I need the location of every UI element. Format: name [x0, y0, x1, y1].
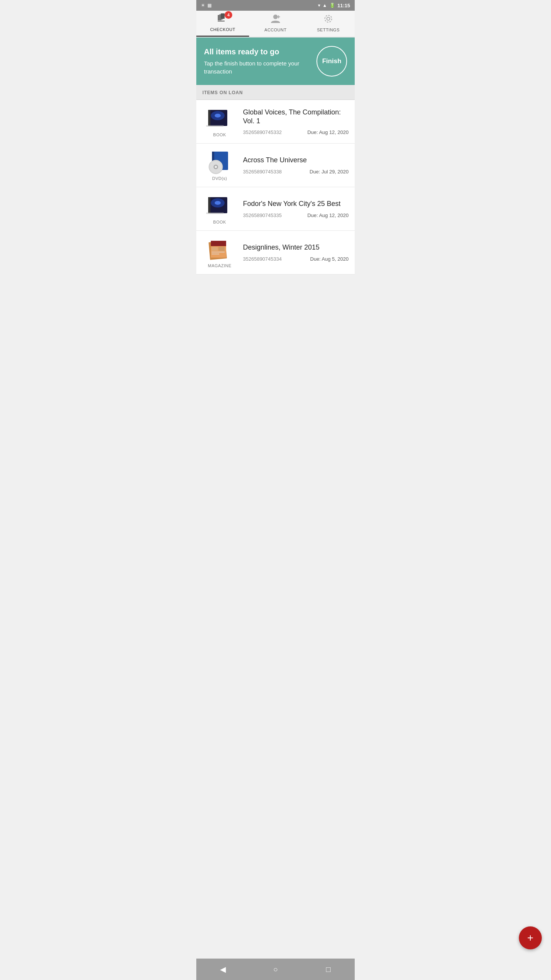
loan-item-1[interactable]: BOOK Global Voices, The Compilation: Vol…	[196, 100, 355, 144]
banner-text-area: All items ready to go Tap the finish but…	[204, 47, 310, 75]
book-icon-1	[206, 106, 233, 131]
item-meta-1: 35265890745332 Due: Aug 12, 2020	[243, 129, 349, 135]
account-icon	[270, 14, 281, 26]
section-header-text: ITEMS ON LOAN	[202, 90, 243, 95]
svg-point-12	[215, 114, 221, 118]
item-details-2: Across The Universe 35265890745338 Due: …	[243, 156, 349, 174]
status-bar-right: ▾ ▲ 🔋 11:15	[318, 3, 350, 8]
item-due-2: Due: Jul 29, 2020	[310, 169, 349, 175]
item-details-4: Designlines, Winter 2015 35265890745334 …	[243, 243, 349, 261]
item-type-2: DVD(s)	[212, 176, 227, 181]
signal-icon: ▲	[323, 3, 327, 8]
svg-rect-28	[212, 247, 218, 251]
item-icon-area-4: MAGAZINE	[202, 237, 237, 268]
sun-icon: ☀	[201, 3, 205, 8]
checkout-icon: 4	[217, 13, 228, 26]
item-meta-4: 35265890745334 Due: Aug 5, 2020	[243, 256, 349, 262]
svg-rect-31	[212, 253, 219, 255]
account-label: ACCOUNT	[264, 28, 287, 32]
settings-label: SETTINGS	[317, 28, 339, 32]
svg-rect-21	[208, 197, 210, 213]
status-time: 11:15	[337, 3, 350, 8]
svg-rect-30	[212, 252, 225, 253]
item-title-4: Designlines, Winter 2015	[243, 243, 349, 252]
checkout-badge: 4	[225, 11, 232, 19]
svg-rect-13	[206, 125, 224, 127]
banner-subtitle: Tap the finish button to complete your t…	[204, 59, 310, 75]
svg-rect-10	[208, 110, 210, 126]
item-meta-2: 35265890745338 Due: Jul 29, 2020	[243, 169, 349, 175]
item-title-2: Across The Universe	[243, 156, 349, 165]
svg-rect-27	[211, 241, 226, 246]
loan-item-3[interactable]: BOOK Fodor's New York City's 25 Best 352…	[196, 187, 355, 231]
item-icon-area-1: BOOK	[202, 106, 237, 137]
svg-point-23	[215, 201, 221, 205]
svg-rect-24	[206, 212, 224, 214]
tab-bar: 4 CHECKOUT ACCOUNT SETTINGS	[196, 11, 355, 38]
tab-checkout[interactable]: 4 CHECKOUT	[196, 11, 249, 37]
tab-settings[interactable]: SETTINGS	[302, 11, 355, 37]
book-icon-3	[206, 193, 233, 218]
item-icon-area-2: DVD(s)	[202, 150, 237, 181]
loan-item-2[interactable]: DVD(s) Across The Universe 3526589074533…	[196, 144, 355, 187]
item-meta-3: 35265890745335 Due: Aug 12, 2020	[243, 212, 349, 218]
item-barcode-1: 35265890745332	[243, 129, 282, 135]
loan-item-4[interactable]: MAGAZINE Designlines, Winter 2015 352658…	[196, 231, 355, 274]
magazine-icon-4	[206, 237, 233, 262]
item-type-3: BOOK	[213, 220, 226, 224]
dvd-icon-2	[206, 150, 233, 175]
svg-point-7	[327, 17, 330, 20]
finish-button[interactable]: Finish	[316, 46, 347, 77]
item-barcode-4: 35265890745334	[243, 256, 282, 262]
status-bar-left: ☀ ▦	[201, 3, 212, 8]
svg-rect-2	[221, 13, 225, 19]
item-due-3: Due: Aug 12, 2020	[307, 212, 349, 218]
status-bar: ☀ ▦ ▾ ▲ 🔋 11:15	[196, 0, 355, 11]
item-title-3: Fodor's New York City's 25 Best	[243, 199, 349, 208]
item-due-1: Due: Aug 12, 2020	[307, 129, 349, 135]
loan-list: BOOK Global Voices, The Compilation: Vol…	[196, 100, 355, 274]
item-icon-area-3: BOOK	[202, 193, 237, 224]
checkout-label: CHECKOUT	[210, 27, 235, 32]
tab-account[interactable]: ACCOUNT	[249, 11, 302, 37]
item-barcode-3: 35265890745335	[243, 212, 282, 218]
battery-icon: 🔋	[329, 3, 335, 8]
section-header: ITEMS ON LOAN	[196, 85, 355, 100]
banner-title: All items ready to go	[204, 47, 310, 56]
banner: All items ready to go Tap the finish but…	[196, 38, 355, 85]
item-due-4: Due: Aug 5, 2020	[310, 256, 349, 262]
item-title-1: Global Voices, The Compilation: Vol. 1	[243, 108, 349, 126]
wifi-icon: ▾	[318, 3, 320, 8]
item-barcode-2: 35265890745338	[243, 169, 282, 175]
item-type-1: BOOK	[213, 132, 226, 137]
svg-point-18	[215, 166, 217, 168]
svg-point-8	[325, 15, 332, 22]
item-type-4: MAGAZINE	[208, 263, 231, 268]
settings-icon	[323, 14, 333, 26]
item-details-3: Fodor's New York City's 25 Best 35265890…	[243, 199, 349, 218]
svg-rect-29	[218, 247, 225, 251]
item-details-1: Global Voices, The Compilation: Vol. 1 3…	[243, 108, 349, 136]
sim-icon: ▦	[207, 3, 212, 8]
